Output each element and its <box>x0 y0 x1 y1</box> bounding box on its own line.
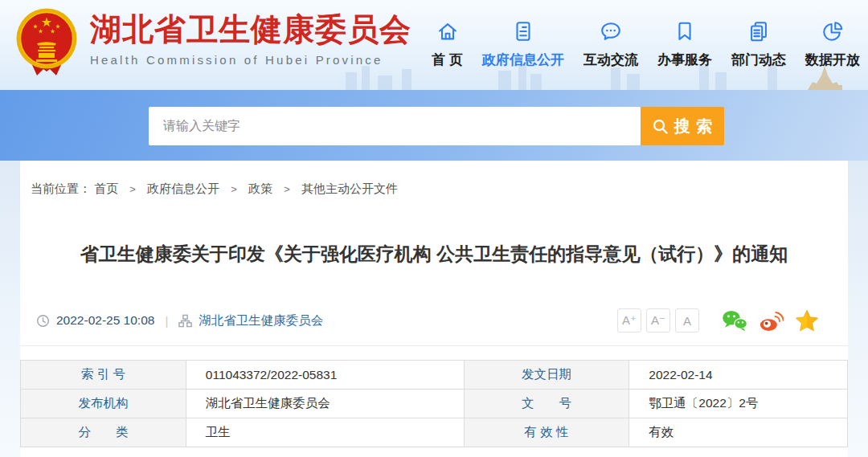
document-icon <box>511 19 535 43</box>
home-icon <box>436 19 460 43</box>
nav-label: 互动交流 <box>583 51 638 69</box>
site-title: 湖北省卫生健康委员会 <box>90 13 411 47</box>
publish-time: 2022-02-25 10:08 <box>56 313 154 328</box>
qzone-favorite-icon[interactable] <box>795 309 819 332</box>
nav-item-open-data[interactable]: 数据开放 <box>805 19 860 69</box>
site-brand: 湖北省卫生健康委员会 Health Commission of Hubei Pr… <box>14 6 411 77</box>
nav-label: 办事服务 <box>657 51 712 69</box>
search-button[interactable]: 搜 索 <box>641 107 724 145</box>
org-sitemap-icon <box>178 314 192 328</box>
article-meta: 2022-02-25 10:08 | 湖北省卫生健康委员会 A⁺ A⁻ A <box>20 308 848 333</box>
info-value-doc-number: 鄂卫通〔2022〕2号 <box>629 390 848 418</box>
main-nav: 首 页 政府信息公开 互动交流 <box>432 0 868 69</box>
content-panel: 当前位置： 首页 > 政府信息公开 > 政策 > 其他主动公开文件 省卫生健康委… <box>20 161 848 457</box>
table-row: 发布机构 湖北省卫生健康委员会 文 号 鄂卫通〔2022〕2号 <box>21 390 848 418</box>
font-size-increase-button[interactable]: A⁺ <box>617 308 641 333</box>
nav-label: 首 页 <box>432 51 463 69</box>
meta-separator: | <box>165 314 168 328</box>
documents-icon <box>747 19 771 43</box>
table-row: 索 引 号 011043372/2022-05831 发文日期 2022-02-… <box>21 361 848 390</box>
info-label-index-number: 索 引 号 <box>21 361 186 390</box>
weibo-share-icon[interactable] <box>759 310 784 332</box>
breadcrumb-item-gov-info[interactable]: 政府信息公开 <box>147 182 219 195</box>
info-label-publisher: 发布机构 <box>21 390 186 418</box>
site-header: 湖北省卫生健康委员会 Health Commission of Hubei Pr… <box>0 0 868 90</box>
article-source-link[interactable]: 湖北省卫生健康委员会 <box>199 312 323 329</box>
font-size-controls: A⁺ A⁻ A <box>617 308 699 333</box>
breadcrumb-prefix: 当前位置： <box>31 182 91 195</box>
info-label-category: 分 类 <box>21 418 186 447</box>
breadcrumb-separator: > <box>284 183 290 195</box>
article-meta-left: 2022-02-25 10:08 | 湖北省卫生健康委员会 <box>36 312 323 329</box>
national-emblem-logo <box>14 6 79 77</box>
qzone-star-icon <box>795 309 819 332</box>
nav-label: 部门动态 <box>731 51 786 69</box>
weibo-icon <box>759 310 784 332</box>
article-meta-right: A⁺ A⁻ A <box>617 308 819 333</box>
info-label-doc-number: 文 号 <box>464 390 629 418</box>
wechat-share-icon[interactable] <box>722 309 747 332</box>
nav-label: 政府信息公开 <box>482 51 564 69</box>
share-buttons <box>722 309 819 332</box>
brand-text: 湖北省卫生健康委员会 Health Commission of Hubei Pr… <box>90 6 411 67</box>
search-icon <box>652 118 668 134</box>
search-button-label: 搜 索 <box>674 116 714 137</box>
font-size-decrease-button[interactable]: A⁻ <box>646 308 670 333</box>
search-band: 搜 索 <box>0 90 868 161</box>
breadcrumb: 当前位置： 首页 > 政府信息公开 > 政策 > 其他主动公开文件 <box>20 161 848 197</box>
search-input[interactable] <box>149 107 641 145</box>
document-info-table: 索 引 号 011043372/2022-05831 发文日期 2022-02-… <box>20 360 848 447</box>
nav-item-department-news[interactable]: 部门动态 <box>731 19 786 69</box>
nav-item-home[interactable]: 首 页 <box>432 19 463 69</box>
nav-item-services[interactable]: 办事服务 <box>657 19 712 69</box>
nav-item-interaction[interactable]: 互动交流 <box>583 19 638 69</box>
clock-icon <box>36 314 50 328</box>
info-label-issue-date: 发文日期 <box>464 361 629 390</box>
info-label-validity: 有 效 性 <box>464 418 629 447</box>
page: 湖北省卫生健康委员会 Health Commission of Hubei Pr… <box>0 0 868 457</box>
section-divider <box>20 345 848 346</box>
chat-bubble-icon <box>599 19 623 43</box>
site-subtitle: Health Commission of Hubei Province <box>90 53 411 67</box>
info-value-validity: 有效 <box>629 418 848 447</box>
breadcrumb-item-policy[interactable]: 政策 <box>248 182 272 195</box>
breadcrumb-item-home[interactable]: 首页 <box>94 182 118 195</box>
info-value-publisher: 湖北省卫生健康委员会 <box>186 390 464 418</box>
breadcrumb-separator: > <box>129 183 136 195</box>
breadcrumb-item-other-docs[interactable]: 其他主动公开文件 <box>301 182 398 195</box>
breadcrumb-separator: > <box>231 183 237 195</box>
pie-chart-icon <box>821 19 845 43</box>
info-value-issue-date: 2022-02-14 <box>629 361 848 390</box>
nav-label: 数据开放 <box>805 51 860 69</box>
table-row: 分 类 卫生 有 效 性 有效 <box>21 418 848 447</box>
font-size-reset-button[interactable]: A <box>675 308 699 333</box>
info-value-category: 卫生 <box>186 418 464 447</box>
wechat-icon <box>722 309 747 332</box>
bookmark-icon <box>673 19 697 43</box>
info-value-index-number: 011043372/2022-05831 <box>186 361 464 390</box>
article-title: 省卫生健康委关于印发《关于强化医疗机构 公共卫生责任的指导意见（试行）》的通知 <box>20 242 848 267</box>
page-lower: 当前位置： 首页 > 政府信息公开 > 政策 > 其他主动公开文件 省卫生健康委… <box>0 161 868 457</box>
nav-item-gov-info[interactable]: 政府信息公开 <box>482 19 564 69</box>
